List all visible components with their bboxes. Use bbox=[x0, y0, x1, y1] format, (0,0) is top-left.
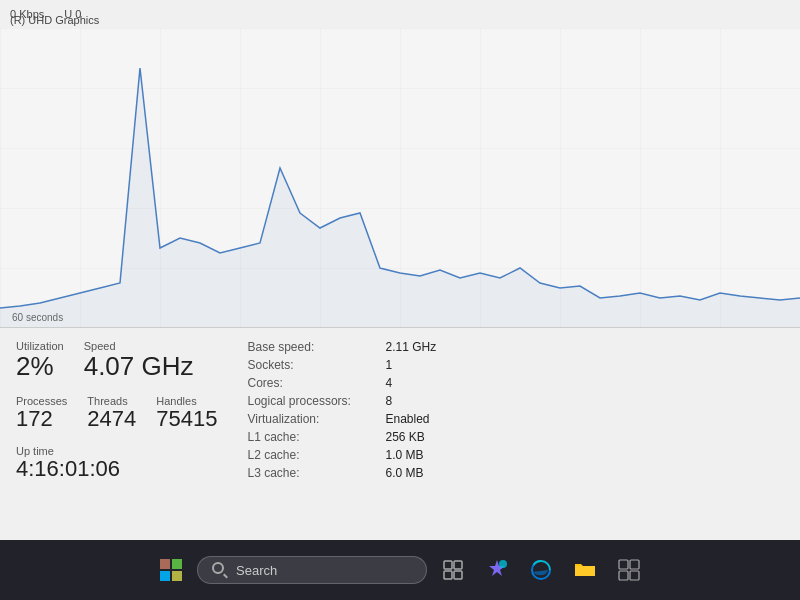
svg-rect-12 bbox=[444, 571, 452, 579]
spec-key: L3 cache: bbox=[248, 466, 378, 480]
taskbar: Search bbox=[0, 540, 800, 600]
processes-value: 172 bbox=[16, 407, 67, 431]
spec-key: Base speed: bbox=[248, 340, 378, 354]
svg-rect-8 bbox=[160, 571, 170, 581]
file-explorer-button[interactable] bbox=[567, 552, 603, 588]
speed-value: 4.07 GHz bbox=[84, 352, 194, 381]
uptime-block: Up time 4:16:01:06 bbox=[16, 445, 218, 481]
task-view-icon bbox=[443, 560, 463, 580]
edge-button[interactable] bbox=[523, 552, 559, 588]
proc-thread-handle-row: Processes 172 Threads 2474 Handles 75415 bbox=[16, 395, 218, 431]
svg-rect-13 bbox=[454, 571, 462, 579]
copilot-icon bbox=[485, 558, 509, 582]
chart-area: 60 seconds bbox=[0, 28, 800, 328]
threads-label: Threads bbox=[87, 395, 136, 407]
processes-label: Processes bbox=[16, 395, 67, 407]
copilot-button[interactable] bbox=[479, 552, 515, 588]
svg-rect-18 bbox=[630, 571, 639, 580]
processes-block: Processes 172 bbox=[16, 395, 67, 431]
spec-value: 256 KB bbox=[386, 430, 425, 444]
spec-key: Sockets: bbox=[248, 358, 378, 372]
search-icon bbox=[212, 562, 228, 578]
svg-rect-9 bbox=[172, 571, 182, 581]
spec-key: L1 cache: bbox=[248, 430, 378, 444]
utilization-value: 2% bbox=[16, 352, 64, 381]
uptime-label: Up time bbox=[16, 445, 218, 457]
apps-button[interactable] bbox=[611, 552, 647, 588]
spec-key: Logical processors: bbox=[248, 394, 378, 408]
spec-row: Base speed:2.11 GHz bbox=[248, 340, 437, 354]
spec-row: Sockets:1 bbox=[248, 358, 437, 372]
spec-value: 1.0 MB bbox=[386, 448, 424, 462]
edge-icon bbox=[529, 558, 553, 582]
spec-row: L1 cache:256 KB bbox=[248, 430, 437, 444]
apps-icon bbox=[618, 559, 640, 581]
windows-logo-icon bbox=[159, 558, 183, 582]
search-bar[interactable]: Search bbox=[197, 556, 427, 584]
threads-block: Threads 2474 bbox=[87, 395, 136, 431]
spec-row: Cores:4 bbox=[248, 376, 437, 390]
spec-key: Cores: bbox=[248, 376, 378, 390]
svg-point-14 bbox=[499, 560, 507, 568]
spec-value: Enabled bbox=[386, 412, 430, 426]
utilization-block: Utilization 2% bbox=[16, 340, 64, 381]
spec-row: Virtualization:Enabled bbox=[248, 412, 437, 426]
speed-block: Speed 4.07 GHz bbox=[84, 340, 194, 381]
spec-row: Logical processors:8 bbox=[248, 394, 437, 408]
spec-value: 1 bbox=[386, 358, 393, 372]
gpu-name-label: (R) UHD Graphics bbox=[10, 14, 99, 26]
svg-rect-6 bbox=[160, 559, 170, 569]
time-label: 60 seconds bbox=[12, 312, 63, 323]
threads-value: 2474 bbox=[87, 407, 136, 431]
svg-rect-10 bbox=[444, 561, 452, 569]
spec-key: L2 cache: bbox=[248, 448, 378, 462]
task-view-button[interactable] bbox=[435, 552, 471, 588]
spec-value: 6.0 MB bbox=[386, 466, 424, 480]
search-text: Search bbox=[236, 563, 277, 578]
uptime-value: 4:16:01:06 bbox=[16, 457, 218, 481]
top-bar: 0 Kbps U 0 bbox=[0, 0, 800, 28]
main-area: 0 Kbps U 0 (R) UHD Graphics 60 seconds bbox=[0, 0, 800, 540]
spec-value: 2.11 GHz bbox=[386, 340, 437, 354]
stats-area: Utilization 2% Speed 4.07 GHz Processes … bbox=[0, 328, 800, 540]
specs-area: Base speed:2.11 GHzSockets:1Cores:4Logic… bbox=[248, 340, 437, 528]
handles-value: 75415 bbox=[156, 407, 217, 431]
svg-rect-7 bbox=[172, 559, 182, 569]
file-explorer-icon bbox=[573, 558, 597, 582]
handles-label: Handles bbox=[156, 395, 217, 407]
spec-key: Virtualization: bbox=[248, 412, 378, 426]
spec-row: L3 cache:6.0 MB bbox=[248, 466, 437, 480]
stats-left: Utilization 2% Speed 4.07 GHz Processes … bbox=[16, 340, 218, 528]
spec-value: 8 bbox=[386, 394, 393, 408]
start-button[interactable] bbox=[153, 552, 189, 588]
svg-rect-17 bbox=[619, 571, 628, 580]
handles-block: Handles 75415 bbox=[156, 395, 217, 431]
spec-row: L2 cache:1.0 MB bbox=[248, 448, 437, 462]
spec-value: 4 bbox=[386, 376, 393, 390]
svg-rect-11 bbox=[454, 561, 462, 569]
svg-rect-15 bbox=[619, 560, 628, 569]
svg-rect-16 bbox=[630, 560, 639, 569]
util-speed-row: Utilization 2% Speed 4.07 GHz bbox=[16, 340, 218, 381]
